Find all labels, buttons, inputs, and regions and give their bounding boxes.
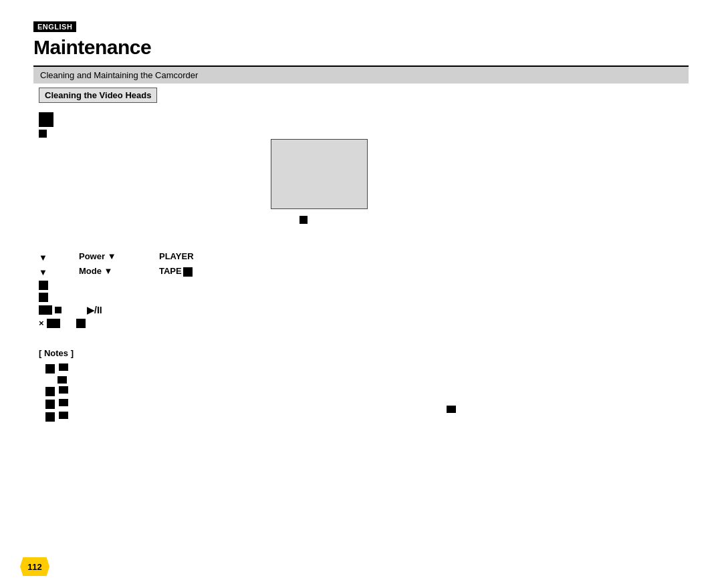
mixed-row-2	[39, 293, 689, 302]
note-bullet-3	[45, 387, 55, 396]
note-item-1	[45, 363, 689, 374]
bullet-block-large	[39, 112, 53, 127]
note-item-3	[45, 386, 689, 396]
note-sq-5	[59, 412, 68, 419]
page-number-badge: 112	[20, 557, 49, 576]
content-area: ▼ Power ▼ PLAYER ▼ Mode ▼ TAPE	[33, 112, 689, 422]
page-title: Maintenance	[33, 36, 689, 59]
note-line-1	[59, 363, 68, 371]
note-bullet-1	[45, 364, 55, 374]
down-arrow-1: ▼	[39, 253, 79, 263]
image-caption-square	[299, 216, 308, 224]
value-col-2: TAPE	[159, 266, 239, 277]
note-bullet-4	[45, 400, 55, 409]
tape-value: TAPE	[159, 266, 239, 277]
sq1	[39, 281, 48, 290]
mode-label: Mode ▼	[79, 266, 159, 276]
subsection-header: Cleaning the Video Heads	[39, 88, 157, 103]
instruction-row-mode: ▼ Mode ▼ TAPE	[39, 266, 689, 277]
play-pause-symbol: ▶/II	[87, 305, 102, 315]
image-placeholder	[271, 139, 368, 209]
label-col-2: Mode ▼	[79, 266, 159, 276]
bullet-col: ▼	[39, 251, 79, 263]
sq6	[76, 319, 86, 328]
note-line-5	[59, 412, 68, 419]
value-col: PLAYER	[159, 251, 239, 261]
note-sq-3	[59, 386, 68, 394]
sq2	[39, 293, 48, 302]
down-arrow-2: ▼	[39, 267, 79, 277]
mixed-row-1	[39, 281, 689, 290]
note-item-5	[45, 412, 689, 422]
note-line-3	[59, 386, 68, 394]
power-label: Power ▼	[79, 251, 159, 261]
bullet-col-2: ▼	[39, 266, 79, 277]
player-value: PLAYER	[159, 251, 239, 261]
notes-section: [ Notes ]	[39, 348, 689, 422]
x-row: ×	[39, 318, 689, 328]
note-sq-1	[59, 363, 68, 371]
sq4	[55, 307, 62, 313]
note-sq-4	[59, 399, 68, 406]
note-item-4	[45, 399, 689, 409]
note-bullet-5	[45, 412, 55, 422]
far-right-sq	[447, 406, 456, 413]
instructions-area: ▼ Power ▼ PLAYER ▼ Mode ▼ TAPE	[39, 251, 689, 328]
notes-label: [ Notes ]	[39, 348, 689, 358]
bullet-block-small	[39, 130, 47, 138]
note-sq-2	[57, 376, 67, 384]
page-container: ENGLISH Maintenance Cleaning and Maintai…	[0, 0, 722, 588]
sq3	[39, 305, 52, 315]
instruction-row-power: ▼ Power ▼ PLAYER	[39, 251, 689, 263]
note-line-4	[59, 399, 68, 406]
language-badge: ENGLISH	[33, 21, 76, 32]
section-header: Cleaning and Maintaining the Camcorder	[33, 67, 689, 84]
note-item-2	[57, 376, 689, 384]
note-line-2	[57, 376, 67, 384]
play-pause-row: ▶/II	[39, 305, 689, 315]
sq5	[47, 319, 60, 328]
label-col: Power ▼	[79, 251, 159, 261]
